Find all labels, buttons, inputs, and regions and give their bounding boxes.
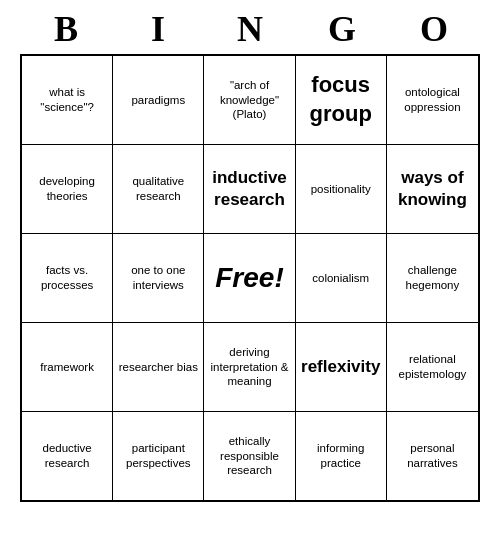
bingo-cell-0-3[interactable]: focus group (296, 56, 387, 144)
bingo-cell-2-3[interactable]: colonialism (296, 234, 387, 322)
bingo-cell-0-1[interactable]: paradigms (113, 56, 204, 144)
bingo-row-2: facts vs. processesone to one interviews… (22, 234, 478, 323)
bingo-cell-1-1[interactable]: qualitative research (113, 145, 204, 233)
bingo-cell-1-4[interactable]: ways of knowing (387, 145, 478, 233)
bingo-cell-3-0[interactable]: framework (22, 323, 113, 411)
bingo-cell-1-3[interactable]: positionality (296, 145, 387, 233)
bingo-row-0: what is "science"?paradigms"arch of know… (22, 56, 478, 145)
bingo-cell-2-2[interactable]: Free! (204, 234, 295, 322)
bingo-cell-1-2[interactable]: inductive research (204, 145, 295, 233)
bingo-title: B I N G O (20, 0, 480, 54)
bingo-cell-1-0[interactable]: developing theories (22, 145, 113, 233)
bingo-grid: what is "science"?paradigms"arch of know… (20, 54, 480, 502)
bingo-cell-2-0[interactable]: facts vs. processes (22, 234, 113, 322)
bingo-cell-4-1[interactable]: participant perspectives (113, 412, 204, 500)
bingo-cell-0-2[interactable]: "arch of knowledge" (Plato) (204, 56, 295, 144)
letter-n: N (206, 8, 294, 50)
bingo-cell-4-2[interactable]: ethically responsible research (204, 412, 295, 500)
bingo-cell-2-4[interactable]: challenge hegemony (387, 234, 478, 322)
bingo-cell-0-4[interactable]: ontological oppression (387, 56, 478, 144)
letter-o: O (390, 8, 478, 50)
bingo-cell-3-1[interactable]: researcher bias (113, 323, 204, 411)
bingo-row-4: deductive researchparticipant perspectiv… (22, 412, 478, 500)
letter-b: B (22, 8, 110, 50)
bingo-cell-3-3[interactable]: reflexivity (296, 323, 387, 411)
bingo-cell-3-4[interactable]: relational epistemology (387, 323, 478, 411)
bingo-cell-0-0[interactable]: what is "science"? (22, 56, 113, 144)
bingo-cell-4-3[interactable]: informing practice (296, 412, 387, 500)
bingo-cell-4-4[interactable]: personal narratives (387, 412, 478, 500)
bingo-row-3: frameworkresearcher biasderiving interpr… (22, 323, 478, 412)
bingo-cell-3-2[interactable]: deriving interpretation & meaning (204, 323, 295, 411)
bingo-cell-2-1[interactable]: one to one interviews (113, 234, 204, 322)
letter-i: I (114, 8, 202, 50)
letter-g: G (298, 8, 386, 50)
bingo-cell-4-0[interactable]: deductive research (22, 412, 113, 500)
bingo-row-1: developing theoriesqualitative researchi… (22, 145, 478, 234)
